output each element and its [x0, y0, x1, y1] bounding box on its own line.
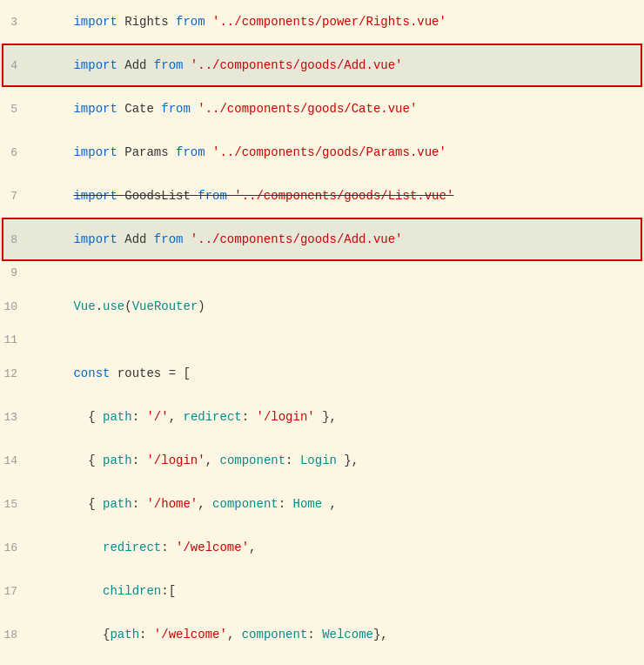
identifier: Rights: [124, 15, 176, 29]
string: '/login': [257, 410, 315, 424]
code-text: ,: [322, 497, 337, 511]
punct: (: [124, 299, 131, 313]
line-content: import Cate from '../components/goods/Ca…: [26, 88, 644, 130]
identifier: Cate: [124, 102, 161, 116]
keyword-from: from: [176, 15, 212, 29]
line-number: 18: [0, 628, 26, 641]
keyword-import: import: [73, 145, 124, 159]
line-number: 10: [0, 300, 26, 313]
line-content: { path: '/login', component: Login },: [26, 440, 644, 481]
code-text: [73, 541, 103, 554]
code-text: :: [132, 453, 147, 467]
line-number: 6: [0, 146, 26, 159]
line-content: import GoodsList from '../components/goo…: [26, 175, 644, 217]
keyword-import: import: [73, 232, 124, 246]
code-line-7: 9: [0, 261, 644, 285]
keyword-from: from: [154, 58, 191, 72]
key: path: [103, 410, 132, 424]
string-path: '../components/goods/List.vue': [234, 189, 453, 203]
code-line-4: 6 import Params from '../components/good…: [0, 131, 644, 174]
keyword-import: import: [73, 189, 124, 203]
code-line-15: 17 children:[: [0, 569, 644, 613]
key: redirect: [103, 541, 161, 554]
string: '/': [146, 410, 168, 424]
code-line-9: 11: [0, 328, 644, 352]
string: '/welcome': [154, 628, 227, 641]
code-text: {: [73, 497, 103, 511]
punct: ): [198, 299, 205, 313]
code-text: {: [73, 628, 110, 641]
code-line-17: 19 {path: '/users' , component:Users},: [0, 656, 644, 665]
code-text: :[: [161, 584, 176, 598]
identifier: Add: [124, 58, 154, 72]
keyword-from: from: [198, 189, 234, 203]
code-text: ,: [198, 497, 212, 511]
key: path: [103, 497, 132, 511]
key: component: [212, 497, 278, 511]
line-content: import Params from '../components/goods/…: [26, 131, 644, 173]
string-path: '../components/goods/Cate.vue': [198, 102, 417, 116]
string: '/welcome': [176, 541, 249, 554]
code-line-3: 5 import Cate from '../components/goods/…: [0, 87, 644, 131]
code-line-13: 15 { path: '/home', component: Home ,: [0, 482, 644, 526]
code-text: ,: [169, 410, 184, 424]
code-line-1: 3 import Rights from '../components/powe…: [0, 0, 644, 44]
string-path: '../components/goods/Add.vue': [191, 232, 403, 246]
code-text: },: [315, 410, 337, 424]
string-path: '../components/goods/Params.vue': [212, 145, 446, 159]
component-ref: Login: [300, 453, 337, 467]
keyword-from: from: [154, 232, 191, 246]
code-line-14: 16 redirect: '/welcome',: [0, 526, 644, 569]
line-content: {path: '/users' , component:Users},: [26, 657, 644, 665]
string: '/home': [146, 497, 198, 511]
code-text: },: [337, 453, 359, 467]
line-number: 7: [0, 190, 26, 203]
line-content: import Add from '../components/goods/Add…: [26, 44, 644, 86]
identifier: GoodsList: [124, 189, 198, 203]
identifier: Add: [124, 232, 154, 246]
line-number: 14: [0, 454, 26, 467]
key: redirect: [183, 410, 241, 424]
method: use: [103, 299, 124, 313]
code-text: {: [73, 453, 103, 467]
code-text: {: [73, 410, 103, 424]
code-text: :: [285, 453, 300, 467]
keyword-const: const: [73, 366, 117, 380]
line-content: import Add from '../components/goods/Add…: [26, 218, 644, 260]
line-number: 4: [0, 59, 26, 72]
code-text: :: [132, 410, 147, 424]
code-line-5: 7 import GoodsList from '../components/g…: [0, 174, 644, 218]
string-path: '../components/power/Rights.vue': [212, 15, 446, 29]
line-content: Vue.use(VueRouter): [26, 285, 644, 327]
key: path: [110, 628, 139, 641]
code-line-16: 18 {path: '/welcome', component: Welcome…: [0, 613, 644, 656]
line-number: 13: [0, 411, 26, 424]
code-line-11: 13 { path: '/', redirect: '/login' },: [0, 395, 644, 439]
component-ref: Welcome: [322, 628, 373, 641]
line-content: import Rights from '../components/power/…: [26, 1, 644, 43]
line-content: [26, 266, 644, 280]
identifier: VueRouter: [132, 299, 198, 313]
keyword-from: from: [161, 102, 198, 116]
keyword-from: from: [176, 145, 212, 159]
code-line-12: 14 { path: '/login', component: Login },: [0, 439, 644, 482]
identifier: routes = [: [117, 366, 191, 380]
line-content: {path: '/welcome', component: Welcome},: [26, 614, 644, 655]
key: children: [103, 584, 161, 598]
line-number: 16: [0, 541, 26, 554]
code-editor: 3 import Rights from '../components/powe…: [0, 0, 644, 665]
line-content: { path: '/', redirect: '/login' },: [26, 396, 644, 438]
string: '/login': [146, 453, 205, 467]
identifier: Params: [124, 145, 176, 159]
line-number: 3: [0, 16, 26, 29]
punct: .: [96, 299, 103, 313]
line-number: 9: [0, 266, 26, 279]
code-line-10: 12 const routes = [: [0, 352, 644, 395]
code-text: :: [161, 541, 176, 554]
line-content: const routes = [: [26, 353, 644, 394]
code-line-6: 8 import Add from '../components/goods/A…: [0, 218, 644, 261]
keyword-import: import: [73, 15, 124, 29]
line-number: 8: [0, 233, 26, 246]
code-text: :: [242, 410, 257, 424]
code-text: :: [307, 628, 322, 641]
